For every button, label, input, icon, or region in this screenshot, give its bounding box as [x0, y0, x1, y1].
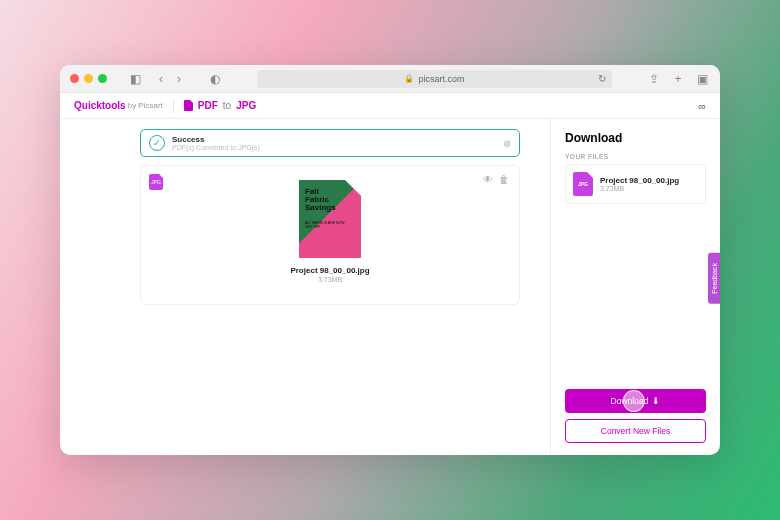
back-icon[interactable]: ‹	[153, 72, 169, 86]
new-tab-icon[interactable]: +	[670, 72, 686, 86]
tabs-icon[interactable]: ▣	[694, 72, 710, 86]
cursor-highlight	[622, 390, 644, 412]
brand-sub: by Picsart	[128, 101, 163, 110]
browser-chrome: ◧ ‹ › ◐ 🔒 picsart.com ↻ ⇪ + ▣	[60, 65, 720, 93]
check-circle-icon: ✓	[149, 135, 165, 151]
download-sidebar: Download YOUR FILES JPG Project 98_00_00…	[550, 119, 720, 455]
close-window[interactable]	[70, 74, 79, 83]
brand: Quicktools	[74, 100, 126, 111]
app-header: Quicktools by Picsart PDF to JPG ∞	[60, 93, 720, 119]
close-alert-icon[interactable]: ⊗	[503, 138, 511, 149]
shield-icon[interactable]: ◐	[207, 72, 223, 86]
convert-button-label: Convert New Files	[601, 426, 670, 436]
forward-icon[interactable]: ›	[171, 72, 187, 86]
reload-icon[interactable]: ↻	[598, 73, 606, 84]
download-file-card[interactable]: JPG Project 98_00_00.jpg 3.73MB	[565, 164, 706, 204]
convert-new-button[interactable]: Convert New Files	[565, 419, 706, 443]
tool-to: JPG	[236, 100, 256, 111]
thumb-text: Fall Fabric Savings	[305, 188, 336, 212]
share-icon[interactable]: ⇪	[646, 72, 662, 86]
alert-title: Success	[172, 135, 260, 144]
success-alert: ✓ Success PDF(s) Converted to JPG(s) ⊗	[140, 129, 520, 157]
preview-icon[interactable]: 👁	[483, 174, 493, 185]
tool-from: PDF	[198, 100, 218, 111]
your-files-label: YOUR FILES	[565, 153, 706, 160]
download-file-size: 3.73MB	[600, 185, 679, 192]
alert-subtitle: PDF(s) Converted to JPG(s)	[172, 144, 260, 151]
file-thumbnail[interactable]: Fall Fabric Savings ALL FABRICS ARE NOW …	[299, 180, 361, 258]
tool-to-word: to	[223, 100, 231, 111]
maximize-window[interactable]	[98, 74, 107, 83]
traffic-lights	[70, 74, 107, 83]
lock-icon: 🔒	[404, 74, 414, 83]
jpg-file-icon: JPG	[573, 172, 593, 196]
minimize-window[interactable]	[84, 74, 93, 83]
feedback-tab[interactable]: Feedback	[708, 253, 720, 304]
url-bar[interactable]: 🔒 picsart.com ↻	[257, 70, 612, 88]
download-arrow-icon: ⬇	[652, 396, 660, 406]
url-text: picsart.com	[418, 74, 464, 84]
sidebar-toggle-icon[interactable]: ◧	[127, 72, 143, 86]
file-card: JPG 👁 🗑 Fall Fabric Savings ALL FABRICS …	[140, 165, 520, 305]
main-panel: ✓ Success PDF(s) Converted to JPG(s) ⊗ J…	[60, 119, 550, 455]
file-type-badge: JPG	[149, 174, 163, 190]
share-button[interactable]: ∞	[698, 100, 706, 112]
tool-name: PDF to JPG	[184, 100, 256, 111]
download-file-name: Project 98_00_00.jpg	[600, 176, 679, 185]
file-size: 3.73MB	[318, 276, 342, 283]
sidebar-title: Download	[565, 131, 706, 145]
browser-window: ◧ ‹ › ◐ 🔒 picsart.com ↻ ⇪ + ▣ Quicktools…	[60, 65, 720, 455]
page-icon	[184, 100, 193, 111]
file-name: Project 98_00_00.jpg	[290, 266, 369, 275]
delete-icon[interactable]: 🗑	[499, 174, 509, 185]
divider	[173, 99, 174, 113]
thumb-subtext: ALL FABRICS ARE NOW 20% OFF	[305, 222, 345, 229]
download-button[interactable]: Download ⬇	[565, 389, 706, 413]
